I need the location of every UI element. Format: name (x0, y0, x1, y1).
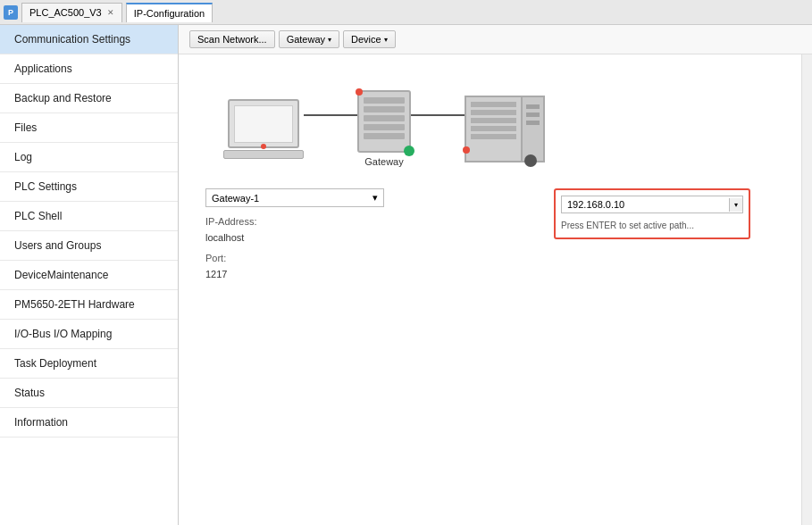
sidebar: Communication Settings Applications Back… (0, 25, 179, 525)
gateway-dot-green (404, 146, 414, 156)
gateway-select-arrow-icon: ▾ (373, 192, 378, 204)
keyboard (223, 150, 304, 159)
connection-line-2 (411, 114, 465, 116)
device-dropdown-arrow-icon: ▾ (384, 36, 388, 44)
toolbar: Scan Network... Gateway ▾ Device ▾ (179, 25, 812, 54)
sidebar-item-pm5650[interactable]: PM5650-2ETH Hardware (0, 290, 178, 320)
device-side-panel (523, 96, 545, 162)
tab-plc-label: PLC_AC500_V3 (29, 7, 102, 18)
sidebar-item-log[interactable]: Log (0, 143, 178, 172)
dev-row-3 (471, 118, 516, 123)
dev-row-5 (471, 134, 516, 139)
gateway-box (357, 90, 411, 153)
monitor-dot-red (261, 144, 266, 149)
gateway-button[interactable]: Gateway ▾ (279, 30, 339, 48)
ip-hint-text: Press ENTER to set active path... (561, 219, 743, 232)
gw-row-4 (364, 124, 405, 130)
dev-row-1 (471, 102, 516, 107)
gateway-select-value: Gateway-1 (212, 193, 259, 204)
device-box (465, 96, 523, 162)
sidebar-item-users-groups[interactable]: Users and Groups (0, 231, 178, 261)
dev-side-row-1 (526, 104, 540, 109)
device-label: Device (351, 34, 381, 45)
device-button[interactable]: Device ▾ (343, 30, 396, 48)
diagram-area: Gateway (179, 54, 801, 525)
sidebar-item-information[interactable]: Information (0, 408, 178, 438)
gw-row-5 (364, 133, 405, 139)
monitor-screen (234, 105, 293, 143)
sidebar-item-applications[interactable]: Applications (0, 54, 178, 84)
sidebar-item-backup[interactable]: Backup and Restore (0, 84, 178, 113)
gateway-dot-red (356, 88, 363, 96)
dev-side-row-3 (526, 121, 540, 125)
scrollbar-area[interactable] (801, 54, 812, 525)
ip-dropdown-button[interactable]: ▾ (729, 198, 742, 212)
computer-icon (223, 99, 304, 159)
device-dot-gray (524, 154, 537, 167)
ip-address-value[interactable]: 192.168.0.10 (562, 196, 729, 212)
gateway-label-text: Gateway (364, 156, 403, 167)
sidebar-item-plc-shell[interactable]: PLC Shell (0, 202, 178, 231)
dev-row-2 (471, 110, 516, 115)
dev-row-4 (471, 126, 516, 131)
ip-info: IP-Address: localhost Port: 1217 (205, 214, 384, 282)
sidebar-item-task-deployment[interactable]: Task Deployment (0, 349, 178, 379)
ip-address-box: 192.168.0.10 ▾ Press ENTER to set active… (554, 188, 750, 239)
content-area: Scan Network... Gateway ▾ Device ▾ (179, 25, 812, 525)
dev-side-row-2 (526, 112, 540, 117)
sidebar-item-plc-settings[interactable]: PLC Settings (0, 172, 178, 202)
gw-row-3 (364, 115, 405, 121)
gateway-select-row: Gateway-1 ▾ (205, 188, 384, 207)
sidebar-item-io-bus[interactable]: I/O-Bus I/O Mapping (0, 320, 178, 349)
monitor (228, 99, 299, 148)
controls-panel: Gateway-1 ▾ IP-Address: localhost Port: … (205, 188, 384, 282)
sidebar-item-device-maintenance[interactable]: DeviceMaintenance (0, 261, 178, 290)
gateway-device-icon: Gateway (357, 90, 411, 167)
plc-device-icon (465, 96, 545, 162)
sidebar-item-files[interactable]: Files (0, 113, 178, 143)
tab-ip-config-label: IP-Configuration (134, 8, 205, 19)
port-value-display: 1217 (205, 267, 384, 283)
gateway-dropdown-arrow-icon: ▾ (328, 36, 331, 44)
content-wrapper: Gateway (179, 54, 812, 525)
main-container: Communication Settings Applications Back… (0, 25, 812, 525)
scan-network-label: Scan Network... (197, 34, 267, 45)
ip-value-display: localhost (205, 230, 384, 246)
app-icon: P (4, 5, 18, 20)
device-dot-red (463, 146, 470, 154)
gateway-label: Gateway (287, 34, 325, 45)
port-label: Port: (205, 251, 384, 267)
tab-plc-close[interactable]: ✕ (107, 8, 114, 17)
scan-network-button[interactable]: Scan Network... (189, 30, 275, 48)
sidebar-item-status[interactable]: Status (0, 379, 178, 408)
tab-plc[interactable]: PLC_AC500_V3 ✕ (21, 3, 122, 22)
network-diagram: Gateway (197, 72, 783, 185)
gw-row-2 (364, 106, 405, 112)
gw-row-1 (364, 97, 405, 104)
connection-line-1 (304, 114, 357, 116)
sidebar-item-communication[interactable]: Communication Settings (0, 25, 178, 54)
gateway-select[interactable]: Gateway-1 ▾ (205, 188, 384, 207)
ip-label: IP-Address: (205, 214, 384, 230)
ip-input-row: 192.168.0.10 ▾ (561, 196, 743, 213)
title-bar: P PLC_AC500_V3 ✕ IP-Configuration (0, 0, 812, 25)
tab-ip-config[interactable]: IP-Configuration (126, 3, 213, 22)
